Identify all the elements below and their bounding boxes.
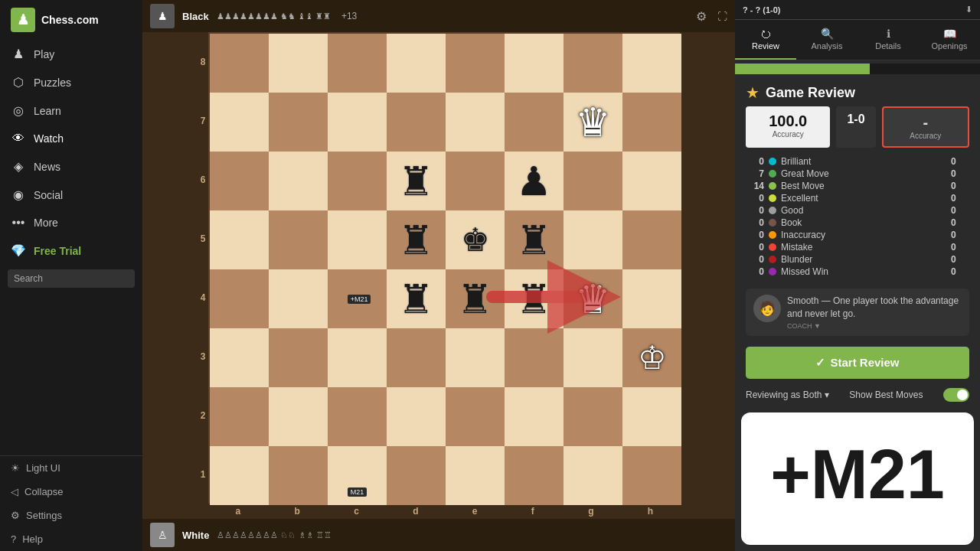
white-accuracy-value: 100.0 [752,112,824,130]
black-king-e5: ♚ [461,224,490,256]
square-f3 [505,328,564,387]
reviewing-as-dropdown[interactable]: Reviewing as Both ▾ [746,390,829,400]
review-options: Reviewing as Both ▾ Show Best Moves [735,385,980,405]
nav-item-watch[interactable]: 👁 Watch [0,125,142,152]
black-accuracy-value: - [890,114,962,132]
tab-review[interactable]: ⭮ Review [735,20,796,60]
square-d6: ♜ [387,152,446,210]
square-f6: ♟ [505,152,564,210]
analysis-icon: 🔍 [821,28,834,40]
coach-text: Smooth — One player took the advantage a… [787,295,962,321]
square-d2 [387,387,446,446]
show-best-moves-toggle[interactable] [943,388,969,402]
coach-banner: 🧑 Smooth — One player took the advantage… [746,289,969,336]
mq-best: 14 Best Move 0 [746,180,969,192]
black-accuracy-box: - Accuracy [882,106,969,148]
help-icon: ? [11,533,16,545]
m21-board-label-bottom: M21 [348,484,368,497]
square-e8 [446,34,505,93]
great-dot [769,170,776,178]
board-and-files: ♛ ♜ ♟ [208,32,680,519]
square-d1 [387,446,446,505]
black-rook-f5: ♜ [516,220,552,260]
sidebar: ♟ Chess.com ♟ Play ⬡ Puzzles ◎ Learn 👁 W… [0,0,142,551]
nav-item-learn[interactable]: ◎ Learn [0,96,142,125]
white-queen-g4: ♛ [575,279,611,319]
start-review-button[interactable]: ✓ Start Review [746,347,969,379]
nav-item-news[interactable]: ◈ News [0,152,142,181]
logo-text: Chess.com [41,14,99,26]
game-title: ? - ? (1-0) [743,5,781,15]
right-panel: ? - ? (1-0) ⬇ ⭮ Review 🔍 Analysis ℹ Deta… [735,0,980,551]
collapse-icon: ◁ [11,486,18,497]
settings-icon[interactable]: ⚙ [696,9,707,24]
settings-item[interactable]: ⚙ Settings [0,504,142,527]
square-c5 [328,210,387,269]
nav-item-free-trial[interactable]: 💎 Free Trial [0,236,142,265]
square-d4: ♜ [387,269,446,328]
white-accuracy-box: 100.0 Accuracy [746,106,830,148]
square-a8 [210,34,269,93]
fullscreen-icon[interactable]: ⛶ [717,11,727,22]
square-h6 [622,152,681,210]
diamond-icon: 💎 [11,243,26,258]
lightui-icon: ☀ [11,462,20,474]
review-title: Game Review [766,85,855,101]
panel-expand-icon[interactable]: ⬇ [965,5,972,15]
square-d3 [387,328,446,387]
collapse-item[interactable]: ◁ Collapse [0,480,142,504]
square-f1 [505,446,564,505]
mistake-dot [769,243,776,251]
white-player-bar: ♙ White ♙♙♙♙♙♙♙♙ ♘♘ ♗♗ ♖♖ [142,519,735,551]
square-a3 [210,328,269,387]
search-input[interactable]: Search [8,269,135,288]
square-c7 [328,93,387,152]
black-player-extra: +13 [341,11,357,21]
white-accuracy-label: Accuracy [752,130,824,139]
nav-item-more[interactable]: ••• More [0,209,142,236]
openings-icon: 📖 [943,28,956,40]
black-rook-e4: ♜ [457,279,493,319]
nav-item-play[interactable]: ♟ Play [0,40,142,68]
mq-blunder: 0 Blunder 0 [746,253,969,266]
square-d8 [387,34,446,93]
black-player-pieces: ♟♟♟♟♟♟♟♟ ♞♞ ♝♝ ♜♜ [217,11,331,21]
square-f2 [505,387,564,446]
square-e7 [446,93,505,152]
black-player-avatar: ♟ [150,4,175,28]
square-f8 [505,34,564,93]
chess-board[interactable]: ♛ ♜ ♟ [208,32,680,504]
square-e1 [446,446,505,505]
brilliant-dot [769,158,776,165]
nav-item-puzzles[interactable]: ⬡ Puzzles [0,68,142,96]
white-player-name: White [182,530,209,541]
tab-analysis[interactable]: 🔍 Analysis [796,20,858,60]
puzzles-icon: ⬡ [11,75,26,90]
learn-icon: ◎ [11,103,26,118]
excellent-dot [769,194,776,202]
square-f4: ♜ [505,269,564,328]
board-container: 8 7 6 5 4 3 2 1 [198,32,681,519]
m21-board-label: +M21 [348,291,371,305]
light-ui-item[interactable]: ☀ Light UI [0,456,142,480]
square-g1 [564,446,622,505]
social-icon: ◉ [11,187,26,202]
mq-missed-win: 0 Missed Win 0 [746,266,969,278]
mq-good: 0 Good 0 [746,204,969,217]
square-c6 [328,152,387,210]
tab-openings[interactable]: 📖 Openings [919,20,980,60]
square-g4: ♛ [564,269,622,328]
square-h8 [622,34,681,93]
tab-details[interactable]: ℹ Details [858,20,919,60]
square-a6 [210,152,269,210]
more-icon: ••• [11,216,26,230]
nav-item-social[interactable]: ◉ Social [0,181,142,209]
panel-top-bar: ? - ? (1-0) ⬇ [735,0,980,20]
help-item[interactable]: ? Help [0,527,142,551]
game-review-header: ★ Game Review [735,74,980,106]
square-a5 [210,210,269,269]
show-best-moves-label: Show Best Moves [849,390,923,400]
square-c8 [328,34,387,93]
square-e3 [446,328,505,387]
mq-brilliant: 0 Brilliant 0 [746,155,969,168]
